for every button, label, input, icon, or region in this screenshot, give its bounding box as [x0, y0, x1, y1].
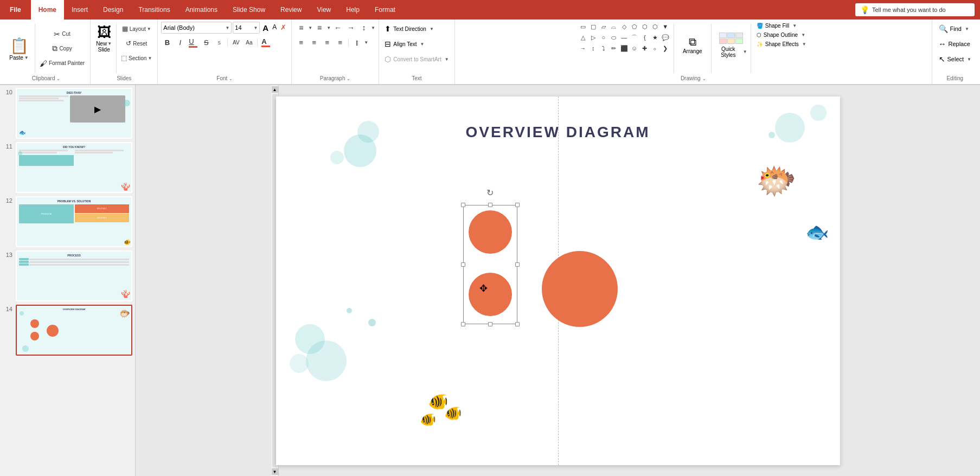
shape-fill-button[interactable]: 🪣 Shape Fill ▼	[754, 22, 809, 30]
text-direction-arrow[interactable]: ▼	[430, 27, 434, 31]
align-text-button[interactable]: ⊟ Align Text ▼	[382, 37, 426, 51]
shape-rect[interactable]: ▭	[578, 22, 588, 31]
shape-tri[interactable]: △	[578, 33, 588, 42]
shape-effects-arrow[interactable]: ▼	[802, 42, 806, 47]
shape-arc[interactable]: ⌒	[630, 33, 639, 42]
tab-animations[interactable]: Animations	[178, 0, 225, 20]
font-color-button[interactable]: A	[260, 36, 272, 48]
tab-slideshow[interactable]: Slide Show	[225, 0, 273, 20]
clipboard-expand[interactable]: ⌄	[56, 76, 60, 81]
tab-help[interactable]: Help	[338, 0, 367, 20]
new-slide-button[interactable]: 🖼 New ▼ Slide	[94, 22, 114, 55]
handle-mr[interactable]	[515, 262, 520, 267]
shape-outline-arrow[interactable]: ▼	[801, 33, 805, 37]
select-arrow[interactable]: ▼	[967, 57, 971, 62]
font-expand[interactable]: ⌄	[229, 76, 233, 81]
slide-item-14[interactable]: 14 OVERVIEW DIAGRAM 🐡	[3, 305, 132, 356]
shape-round-rect[interactable]: ▢	[588, 22, 598, 31]
change-case-button[interactable]: Aa	[243, 36, 255, 48]
tab-format[interactable]: Format	[367, 0, 403, 20]
underline-button[interactable]: U	[187, 36, 199, 48]
handle-bl[interactable]	[461, 322, 465, 326]
shape-bracket[interactable]: {	[640, 33, 650, 42]
shape-octagon[interactable]: ⬡	[650, 22, 660, 31]
shape-callout[interactable]: 💬	[661, 33, 670, 42]
char-spacing-button[interactable]: AV	[230, 36, 242, 48]
line-spacing-arrow[interactable]: ▼	[371, 25, 375, 30]
slide-item-10[interactable]: 10 DIES ITANY ▶ 🐟	[3, 88, 132, 139]
bold-button[interactable]: B	[161, 36, 173, 48]
shape-circle[interactable]: ○	[599, 33, 609, 42]
columns-arrow[interactable]: ▼	[364, 40, 368, 45]
slide-thumb-13[interactable]: PROCESS	[16, 250, 132, 301]
handle-br[interactable]	[515, 322, 520, 326]
tab-insert[interactable]: Insert	[64, 0, 95, 20]
section-arrow[interactable]: ▼	[148, 56, 152, 61]
section-button[interactable]: ⬚ Section ▼	[119, 51, 154, 65]
drawing-expand[interactable]: ⌄	[702, 76, 706, 81]
shape-rtri[interactable]: ▷	[588, 33, 598, 42]
handle-bc[interactable]	[488, 322, 492, 326]
rotate-handle[interactable]: ↻	[486, 189, 495, 197]
layout-arrow[interactable]: ▼	[147, 27, 151, 31]
handle-tl[interactable]	[461, 203, 465, 207]
selection-container[interactable]: ↻ ✥	[463, 205, 517, 324]
copy-button[interactable]: ⧉ Copy	[37, 42, 87, 56]
numbering-arrow[interactable]: ▼	[326, 25, 331, 30]
select-button[interactable]: ↖ Select ▼	[936, 52, 975, 66]
font-name-arrow[interactable]: ▼	[225, 25, 229, 30]
paste-dropdown-arrow[interactable]: ▼	[24, 55, 29, 60]
bullets-arrow[interactable]: ▼	[308, 25, 312, 30]
handle-ml[interactable]	[461, 262, 465, 267]
new-slide-arrow[interactable]: ▼	[107, 41, 112, 46]
format-painter-button[interactable]: 🖌 Format Painter	[37, 56, 87, 70]
shape-darrow[interactable]: ↕	[588, 43, 598, 53]
decrease-indent-button[interactable]: ←	[332, 22, 344, 34]
shape-diamond[interactable]: ◇	[619, 22, 629, 31]
shape-trapezoid[interactable]: ⌓	[609, 22, 619, 31]
arrange-button[interactable]: ⧉ Arrange	[677, 22, 708, 68]
handle-tc[interactable]	[488, 203, 492, 207]
shape-smiley[interactable]: ☺	[630, 43, 639, 53]
line-spacing-button[interactable]: ↕	[358, 22, 370, 34]
shape-cube[interactable]: ⬛	[619, 43, 629, 53]
font-size-select[interactable]: 14 ▼	[233, 22, 260, 34]
numbering-button[interactable]: ≡	[313, 22, 325, 34]
find-arrow[interactable]: ▼	[965, 27, 969, 31]
shape-parallelogram[interactable]: ▱	[599, 22, 609, 31]
reset-button[interactable]: ↺ Reset	[119, 36, 154, 50]
center-button[interactable]: ≡	[308, 36, 320, 48]
shape-more[interactable]: ▼	[661, 22, 670, 31]
increase-indent-button[interactable]: →	[345, 22, 357, 34]
strikethrough-button[interactable]: S	[200, 36, 212, 48]
slide-item-11[interactable]: 11 DID YOU KNOW?	[3, 142, 132, 193]
slide-thumb-10[interactable]: DIES ITANY ▶ 🐟	[16, 88, 132, 139]
shape-hexagon[interactable]: ⬡	[640, 22, 650, 31]
font-size-arrow[interactable]: ▼	[253, 25, 258, 30]
quick-styles-button[interactable]: Quick Styles ▼	[715, 22, 747, 68]
find-button[interactable]: 🔍 Find ▼	[936, 22, 972, 36]
shape-effects-button[interactable]: ✨ Shape Effects ▼	[754, 40, 809, 48]
italic-button[interactable]: I	[174, 36, 186, 48]
para-expand[interactable]: ⌄	[347, 76, 350, 81]
font-name-select[interactable]: Arial (Body) ▼	[161, 22, 232, 34]
slide-thumb-11[interactable]: DID YOU KNOW? 🪸	[16, 142, 132, 193]
scroll-up-btn[interactable]: ▲	[272, 86, 278, 93]
shape-outline-button[interactable]: ⬡ Shape Outline ▼	[754, 31, 809, 39]
shape-arrow[interactable]: →	[578, 43, 588, 53]
shape-cross[interactable]: ✚	[640, 43, 650, 53]
scroll-down-btn[interactable]: ▼	[272, 468, 278, 475]
clear-format-button[interactable]: ✗	[279, 23, 288, 33]
slide-item-12[interactable]: 12 PROBLEM VS. SOLUTION PROBLEM SOLUTION…	[3, 196, 132, 247]
decrease-font-button[interactable]: A	[271, 23, 278, 33]
justify-button[interactable]: ≡	[334, 36, 346, 48]
canvas-area[interactable]: ▲ ▼ OVERVIEW DIAGRAM	[136, 85, 980, 476]
slide-panel[interactable]: 10 DIES ITANY ▶ 🐟	[0, 85, 136, 476]
align-left-button[interactable]: ≡	[295, 36, 307, 48]
tab-file[interactable]: File	[0, 0, 31, 20]
slide-item-13[interactable]: 13 PROCESS	[3, 250, 132, 301]
cut-button[interactable]: ✂ Cut	[37, 27, 87, 41]
shape-block[interactable]: ⬦	[650, 43, 660, 53]
quick-styles-arrow[interactable]: ▼	[743, 49, 747, 54]
shadow-button[interactable]: s	[213, 36, 225, 48]
